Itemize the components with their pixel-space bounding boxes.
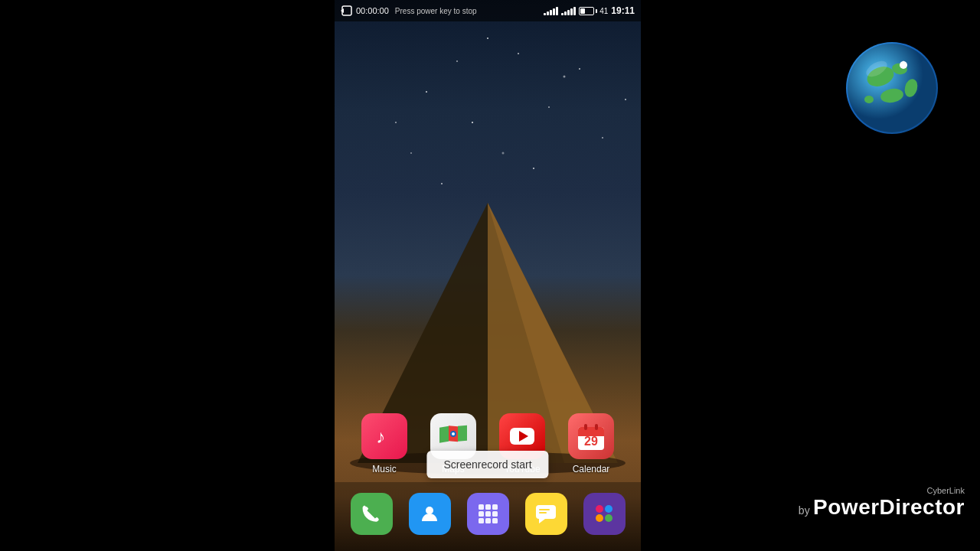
svg-point-5 [548, 106, 550, 108]
product-name: PowerDirector [813, 495, 965, 519]
svg-rect-43 [485, 518, 491, 523]
svg-rect-41 [492, 511, 498, 517]
screenrecord-toast: Screenrecord start [426, 451, 548, 478]
globe-icon [846, 42, 938, 134]
music-icon-img: ♪ [361, 413, 407, 459]
svg-point-59 [864, 96, 874, 103]
svg-rect-33 [584, 424, 587, 430]
recording-time: 00:00:00 [356, 6, 389, 15]
svg-rect-39 [479, 511, 484, 517]
dock [335, 482, 641, 551]
svg-point-50 [605, 505, 612, 513]
svg-point-13 [395, 122, 397, 123]
recording-hint: Press power key to stop [395, 7, 477, 15]
calendar-date-icon: 29 [576, 421, 606, 452]
signal-bars-1 [544, 6, 558, 15]
calendar-label: Calendar [573, 464, 610, 474]
dock-phone[interactable] [351, 493, 393, 535]
svg-rect-24 [458, 425, 467, 442]
svg-point-7 [579, 68, 580, 70]
svg-rect-42 [479, 518, 484, 523]
screen-record-icon [341, 5, 353, 16]
svg-rect-36 [479, 504, 484, 510]
svg-point-1 [456, 60, 458, 62]
maps-marker-icon [439, 422, 468, 451]
svg-text:29: 29 [584, 435, 598, 448]
svg-rect-34 [595, 424, 598, 430]
svg-point-2 [518, 53, 519, 54]
svg-point-26 [452, 432, 455, 435]
music-label: Music [372, 464, 396, 474]
status-bar: 00:00:00 Press power key to stop [335, 0, 641, 21]
contacts-icon [419, 503, 440, 524]
dock-launcher[interactable] [467, 493, 509, 535]
launcher-grid-icon [476, 502, 499, 525]
svg-point-8 [410, 152, 412, 154]
by-label: by [799, 504, 810, 517]
signal-bars-2 [561, 6, 576, 15]
dock-themes[interactable] [583, 493, 626, 535]
svg-point-10 [502, 152, 505, 155]
messaging-icon [534, 502, 557, 525]
toast-message: Screenrecord start [443, 458, 531, 471]
phone-icon [361, 503, 382, 524]
svg-rect-40 [485, 511, 491, 517]
status-bar-left: 00:00:00 Press power key to stop [341, 5, 477, 16]
powerDirector-branding: CyberLink by PowerDirector [799, 486, 965, 520]
svg-point-6 [472, 122, 473, 123]
svg-rect-44 [492, 518, 498, 523]
app-calendar[interactable]: 29 Calendar [568, 413, 614, 474]
svg-text:♪: ♪ [376, 426, 385, 447]
youtube-play-icon [509, 427, 535, 445]
svg-point-51 [596, 514, 603, 522]
calendar-icon-img: 29 [568, 413, 614, 459]
svg-rect-37 [485, 504, 491, 510]
svg-point-35 [426, 507, 433, 514]
svg-point-52 [605, 514, 612, 522]
svg-rect-47 [539, 509, 550, 510]
svg-point-3 [564, 76, 566, 78]
status-time: 19:11 [611, 5, 635, 16]
svg-point-54 [848, 44, 936, 132]
app-music[interactable]: ♪ Music [361, 413, 407, 474]
dock-contacts[interactable] [409, 493, 451, 535]
svg-point-49 [596, 505, 603, 513]
svg-point-4 [426, 91, 427, 93]
battery-indicator: 41 [579, 7, 608, 15]
globe-decoration [846, 42, 938, 134]
svg-marker-46 [539, 519, 545, 523]
svg-point-0 [487, 37, 488, 39]
svg-point-12 [533, 168, 534, 169]
svg-point-9 [602, 137, 603, 139]
svg-rect-48 [539, 512, 547, 514]
phone-screen: 00:00:00 Press power key to stop [335, 0, 641, 551]
dock-messaging[interactable] [525, 493, 567, 535]
svg-rect-38 [492, 504, 498, 510]
themes-icon [593, 502, 616, 525]
svg-point-14 [625, 99, 626, 100]
status-bar-right: 41 19:11 [544, 5, 635, 16]
music-note-icon: ♪ [373, 425, 396, 448]
battery-percentage: 41 [599, 7, 608, 15]
svg-rect-22 [439, 426, 449, 443]
